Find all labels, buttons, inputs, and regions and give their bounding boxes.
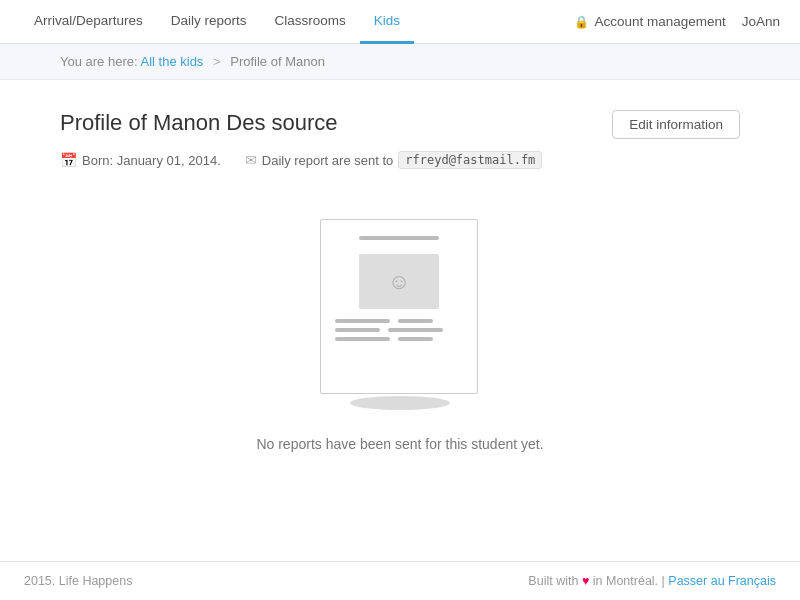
email-info: ✉ Daily report are sent to rfreyd@fastma… bbox=[245, 151, 543, 169]
rc-title-line bbox=[359, 236, 439, 240]
profile-meta: 📅 Born: January 01, 2014. ✉ Daily report… bbox=[60, 151, 740, 169]
smiley-icon: ☺ bbox=[388, 269, 410, 295]
empty-state-message: No reports have been sent for this stude… bbox=[256, 436, 543, 452]
empty-state: ☺ No r bbox=[60, 199, 740, 492]
report-card-illustration: ☺ bbox=[320, 219, 480, 410]
username-label: JoAnn bbox=[742, 14, 780, 29]
nav-item-daily-reports[interactable]: Daily reports bbox=[157, 0, 261, 44]
rc-line-row-3 bbox=[335, 337, 463, 341]
rc-line-row-1 bbox=[335, 319, 463, 323]
edit-information-button[interactable]: Edit information bbox=[612, 110, 740, 139]
breadcrumb: You are here: All the kids > Profile of … bbox=[0, 44, 800, 80]
rc-line-long-1 bbox=[335, 319, 390, 323]
profile-title: Profile of Manon Des source bbox=[60, 110, 338, 136]
rc-lines bbox=[335, 319, 463, 341]
rc-photo: ☺ bbox=[359, 254, 439, 309]
calendar-icon: 📅 bbox=[60, 152, 77, 168]
rc-line-long-2 bbox=[388, 328, 443, 332]
nav-right: 🔒 Account management JoAnn bbox=[574, 14, 780, 29]
card-shadow bbox=[350, 396, 450, 410]
lock-icon: 🔒 bbox=[574, 15, 589, 29]
profile-header: Profile of Manon Des source Edit informa… bbox=[60, 110, 740, 139]
rc-line-row-2 bbox=[335, 328, 463, 332]
email-icon: ✉ bbox=[245, 152, 257, 168]
email-label: Daily report are sent to bbox=[262, 153, 394, 168]
breadcrumb-all-kids-link[interactable]: All the kids bbox=[141, 54, 204, 69]
nav-left: Arrival/Departures Daily reports Classro… bbox=[20, 0, 414, 43]
rc-line-short-1 bbox=[398, 319, 433, 323]
email-badge: rfreyd@fastmail.fm bbox=[398, 151, 542, 169]
born-info: 📅 Born: January 01, 2014. bbox=[60, 152, 221, 168]
breadcrumb-current: Profile of Manon bbox=[230, 54, 325, 69]
nav-item-kids[interactable]: Kids bbox=[360, 0, 414, 44]
born-label: Born: January 01, 2014. bbox=[82, 153, 221, 168]
navbar: Arrival/Departures Daily reports Classro… bbox=[0, 0, 800, 44]
report-card: ☺ bbox=[320, 219, 478, 394]
breadcrumb-separator: > bbox=[213, 54, 221, 69]
nav-item-arrival-departures[interactable]: Arrival/Departures bbox=[20, 0, 157, 44]
breadcrumb-prefix: You are here: bbox=[60, 54, 138, 69]
rc-line-long-3 bbox=[335, 337, 390, 341]
rc-line-short-2 bbox=[398, 337, 433, 341]
nav-item-classrooms[interactable]: Classrooms bbox=[261, 0, 360, 44]
account-management-label: Account management bbox=[594, 14, 725, 29]
account-management-link[interactable]: 🔒 Account management bbox=[574, 14, 725, 29]
rc-line-med-1 bbox=[335, 328, 380, 332]
main-content: Profile of Manon Des source Edit informa… bbox=[0, 80, 800, 522]
